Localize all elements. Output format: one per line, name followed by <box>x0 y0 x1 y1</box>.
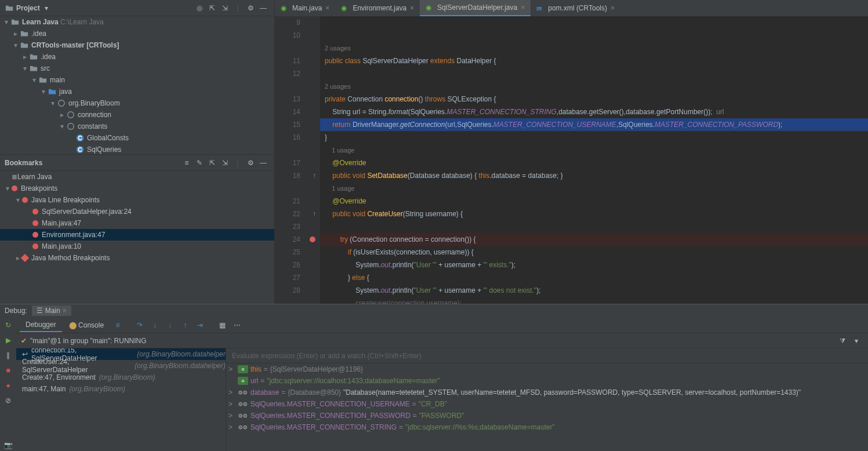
debug-left-rail: ↻ ▶ ∥ ■ ● ⊘ 📷 <box>0 317 16 451</box>
thread-status-label[interactable]: "main"@1 in group "main": RUNNING <box>30 337 147 345</box>
divider: | <box>231 2 244 14</box>
expand-all-icon[interactable]: ⇱ <box>206 2 219 14</box>
stack-frame[interactable]: Create:47, Environment (org.BinaryBloom) <box>16 372 226 383</box>
tree-root[interactable]: ▾Learn Java C:\Learn Java <box>0 16 274 28</box>
tree-node[interactable]: ▸connection <box>0 109 274 121</box>
hide-icon[interactable]: — <box>257 2 270 14</box>
variable-row[interactable]: >≡this = {SqlServerDataHelper@1196} <box>226 363 868 375</box>
view-breakpoints-icon[interactable]: ● <box>2 380 14 391</box>
tree-node[interactable]: ▸.idea <box>0 28 274 39</box>
svg-text:C: C <box>78 146 82 153</box>
run-to-cursor-icon[interactable]: ⇥ <box>193 318 207 332</box>
tree-node[interactable]: ▸.idea <box>0 51 274 63</box>
thread-dump-icon[interactable]: ≡ <box>111 318 125 332</box>
divider: | <box>231 157 244 169</box>
variable-row[interactable]: ≡url = "jdbc:sqlserver://localhost:1433;… <box>226 375 868 387</box>
debugger-tab[interactable]: Debugger <box>20 318 62 332</box>
debug-run-tab[interactable]: ☰ Main × <box>32 305 71 316</box>
tab-label: Environment.java <box>353 4 406 12</box>
evaluate-icon[interactable]: ▦ <box>215 318 229 332</box>
variable-row[interactable]: >⊙⊙SqlQueries.MASTER_CONNECTION_STRING =… <box>226 421 868 433</box>
editor-gutter[interactable]: 91011121314151617182122232425262728 <box>275 16 308 304</box>
variables-list: >≡this = {SqlServerDataHelper@1196}≡url … <box>226 363 868 433</box>
close-icon[interactable]: × <box>410 4 414 12</box>
editor-tab[interactable]: mpom.xml (CRTools)× <box>531 0 620 16</box>
bookmark-node[interactable]: Main.java:47 <box>0 217 274 229</box>
tab-label: pom.xml (CRTools) <box>548 4 607 12</box>
tree-node[interactable]: ▾src <box>0 63 274 74</box>
resume-icon[interactable]: ▶ <box>2 334 14 346</box>
filter-icon[interactable]: ⧩ <box>836 334 849 348</box>
hide-icon[interactable]: — <box>257 157 270 169</box>
thread-selector-row: ✔ "main"@1 in group "main": RUNNING ⧩ ▾ <box>16 333 868 348</box>
mute-breakpoints-icon[interactable]: ⊘ <box>2 395 14 406</box>
editor-tab[interactable]: ◉Environment.java× <box>335 0 420 16</box>
editor-body[interactable]: 91011121314151617182122232425262728 ↑↑ 2… <box>275 16 868 304</box>
editor-tab[interactable]: ◉Main.java× <box>275 0 335 16</box>
svg-text:C: C <box>78 134 82 141</box>
bookmarks-tree[interactable]: ≣Learn Java▾Breakpoints▾Java Line Breakp… <box>0 171 274 304</box>
close-icon[interactable]: × <box>611 4 615 12</box>
bookmark-node[interactable]: Environment.java:47 <box>0 229 274 241</box>
folder-icon <box>5 3 14 13</box>
chevron-down-icon[interactable]: ▾ <box>40 2 53 14</box>
gear-icon[interactable]: ⚙ <box>244 157 257 169</box>
gear-icon[interactable]: ⚙ <box>244 2 257 14</box>
variable-row[interactable]: >⊙⊙SqlQueries.MASTER_CONNECTION_USERNAME… <box>226 398 868 410</box>
pause-icon[interactable]: ∥ <box>2 350 14 361</box>
chevron-down-icon[interactable]: ▾ <box>849 334 863 348</box>
tree-node[interactable]: ▾org.BinaryBloom <box>0 97 274 109</box>
camera-icon[interactable]: 📷 <box>2 439 14 451</box>
collapse-all-icon[interactable]: ⇲ <box>219 157 231 169</box>
edit-icon[interactable]: ✎ <box>193 157 206 169</box>
stop-icon[interactable]: ■ <box>2 365 14 376</box>
close-icon[interactable]: × <box>521 3 525 12</box>
editor-tab[interactable]: ◉SqlServerDataHelper.java× <box>420 0 531 16</box>
tree-node[interactable]: CSqlQueries <box>0 144 274 154</box>
debug-run-tab-label: Main <box>45 307 60 315</box>
step-into-icon[interactable]: ↓ <box>148 318 162 332</box>
close-icon[interactable]: × <box>325 4 329 12</box>
bookmark-node[interactable]: ▸Java Method Breakpoints <box>0 252 274 264</box>
close-icon[interactable]: × <box>63 307 67 315</box>
tree-node[interactable]: ▾main <box>0 74 274 86</box>
bookmark-node[interactable]: Main.java:10 <box>0 241 274 252</box>
force-step-into-icon[interactable]: ↓ <box>163 318 177 332</box>
tree-node[interactable]: ▾java <box>0 86 274 97</box>
step-out-icon[interactable]: ↑ <box>178 318 192 332</box>
locate-icon[interactable]: ◎ <box>193 2 206 14</box>
project-tree[interactable]: ▾Learn Java C:\Learn Java▸.idea▾CRTools-… <box>0 16 274 154</box>
stack-frame[interactable]: main:47, Main (org.BinaryBloom) <box>16 383 226 395</box>
variable-row[interactable]: >⊙⊙SqlQueries.MASTER_CONNECTION_PASSWORD… <box>226 410 868 421</box>
evaluate-expression-input[interactable]: Evaluate expression (Enter) or add a wat… <box>226 348 868 363</box>
collapse-all-icon[interactable]: ⇲ <box>219 2 231 14</box>
console-tab[interactable]: ⬤ Console <box>63 319 110 332</box>
bookmark-node[interactable]: SqlServerDataHelper.java:24 <box>0 206 274 217</box>
debug-titlebar: Debug: ☰ Main × <box>0 304 868 317</box>
editor-code[interactable]: 2 usagespublic class SqlServerDataHelper… <box>320 16 868 304</box>
debug-toolbar: Debugger ⬤ Console ≡ ↷ ↓ ↓ ↑ ⇥ ▦ ⋯ <box>16 317 868 333</box>
step-over-icon[interactable]: ↷ <box>133 318 147 332</box>
rerun-icon[interactable]: ↻ <box>2 319 14 331</box>
debug-tool-window: Debug: ☰ Main × ↻ ▶ ∥ ■ ● ⊘ 📷 Debugger ⬤… <box>0 304 868 451</box>
tree-node[interactable]: ▾constants <box>0 121 274 132</box>
sort-icon[interactable]: ≡ <box>180 157 193 169</box>
bookmark-node[interactable]: ▾Breakpoints <box>0 183 274 194</box>
run-icon: ☰ <box>37 307 43 315</box>
expand-all-icon[interactable]: ⇱ <box>206 157 219 169</box>
variables-panel[interactable]: Evaluate expression (Enter) or add a wat… <box>226 348 868 451</box>
bookmark-node[interactable]: ▾Java Line Breakpoints <box>0 194 274 206</box>
project-panel-header: Project ▾ ◎ ⇱ ⇲ | ⚙ — <box>0 0 274 16</box>
svg-point-1 <box>68 112 74 118</box>
tree-node[interactable]: ▾CRTools-master [CRTools] <box>0 39 274 51</box>
stack-frame[interactable]: CreateUser:24, SqlServerDataHelper (org.… <box>16 360 226 372</box>
project-tool-window: Project ▾ ◎ ⇱ ⇲ | ⚙ — ▾Learn Java C:\Lea… <box>0 0 274 154</box>
check-icon: ✔ <box>21 337 27 345</box>
tree-node[interactable]: CGlobalConsts <box>0 132 274 144</box>
svg-point-0 <box>59 100 65 107</box>
tab-label: SqlServerDataHelper.java <box>437 3 517 12</box>
bookmark-node[interactable]: ≣Learn Java <box>0 171 274 183</box>
more-icon[interactable]: ⋯ <box>230 318 244 332</box>
variable-row[interactable]: >⊙⊙database = {Database@850} "Database(n… <box>226 387 868 398</box>
frames-panel[interactable]: ↩connection:15, SqlServerDataHelper (org… <box>16 348 226 451</box>
